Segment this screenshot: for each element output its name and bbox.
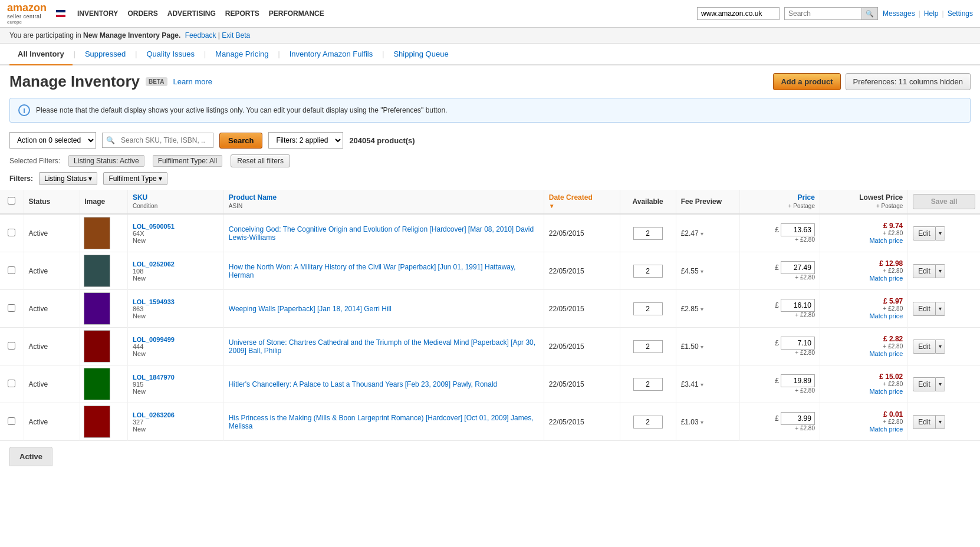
subnav-suppressed[interactable]: Suppressed [77, 44, 134, 64]
help-link[interactable]: Help [924, 9, 939, 18]
nav-performance[interactable]: PERFORMANCE [269, 9, 324, 18]
sku-link[interactable]: LOL_1847970 [133, 374, 175, 381]
sku-link[interactable]: LOL_0252062 [133, 261, 175, 268]
edit-button[interactable]: Edit [913, 264, 936, 278]
available-input[interactable] [633, 378, 663, 391]
col-header-product[interactable]: Product Name ASIN [223, 190, 544, 214]
row-available[interactable] [620, 214, 676, 252]
available-input[interactable] [633, 416, 663, 429]
price-input[interactable] [781, 223, 815, 236]
edit-dropdown-button[interactable]: ▾ [936, 302, 945, 316]
edit-dropdown-button[interactable]: ▾ [936, 415, 945, 429]
product-link[interactable]: Conceiving God: The Cognitive Origin and… [229, 225, 534, 242]
fee-arrow-icon[interactable]: ▾ [701, 381, 703, 388]
product-link[interactable]: Weeping Walls [Paperback] [Jan 18, 2014]… [229, 305, 392, 313]
row-checkbox[interactable] [0, 252, 24, 290]
row-available[interactable] [620, 290, 676, 328]
fulfilment-type-filter[interactable]: Fulfilment Type ▾ [103, 172, 167, 185]
save-all-button[interactable]: Save all [913, 194, 975, 209]
match-price-link[interactable]: Match price [869, 275, 903, 282]
search-sku-input[interactable] [119, 133, 213, 147]
available-input[interactable] [633, 340, 663, 353]
edit-button[interactable]: Edit [913, 302, 936, 316]
edit-dropdown-button[interactable]: ▾ [936, 264, 945, 278]
active-tab[interactable]: Active [9, 447, 52, 466]
subnav-shipping[interactable]: Shipping Queue [385, 44, 456, 64]
feedback-link[interactable]: Feedback [185, 31, 216, 39]
row-available[interactable] [620, 403, 676, 441]
row-select-checkbox[interactable] [8, 229, 15, 236]
available-input[interactable] [633, 227, 663, 240]
add-product-button[interactable]: Add a product [773, 73, 840, 90]
select-all-checkbox[interactable] [8, 197, 15, 205]
row-select-checkbox[interactable] [8, 380, 15, 387]
search-button[interactable]: Search [219, 133, 262, 149]
learn-more-link[interactable]: Learn more [173, 77, 212, 86]
row-available[interactable] [620, 328, 676, 365]
edit-button[interactable]: Edit [913, 415, 936, 429]
match-price-link[interactable]: Match price [869, 426, 903, 433]
price-input[interactable] [781, 412, 815, 425]
match-price-link[interactable]: Match price [869, 237, 903, 244]
col-header-sku[interactable]: SKU Condition [127, 190, 223, 214]
preferences-button[interactable]: Preferences: 11 columns hidden [846, 73, 971, 90]
col-header-save-all[interactable]: Save all [908, 190, 980, 214]
sku-link[interactable]: LOL_0099499 [133, 336, 175, 343]
price-input[interactable] [781, 261, 815, 274]
edit-button[interactable]: Edit [913, 340, 936, 354]
row-price[interactable]: £ + £2.80 [740, 365, 820, 403]
sku-link[interactable]: LOL_0263206 [133, 411, 175, 419]
col-header-check[interactable] [0, 190, 24, 214]
edit-dropdown-button[interactable]: ▾ [936, 340, 945, 354]
available-input[interactable] [633, 302, 663, 315]
product-link[interactable]: Hitler's Chancellery: A Palace to Last a… [229, 380, 497, 388]
row-edit[interactable]: Edit ▾ [908, 403, 980, 441]
header-search-input[interactable] [785, 8, 861, 19]
marketplace-input[interactable] [697, 7, 780, 20]
row-edit[interactable]: Edit ▾ [908, 328, 980, 365]
subnav-quality[interactable]: Quality Issues [138, 44, 203, 64]
fee-arrow-icon[interactable]: ▾ [701, 344, 703, 350]
fee-arrow-icon[interactable]: ▾ [701, 268, 703, 275]
row-price[interactable]: £ + £2.80 [740, 328, 820, 365]
price-input[interactable] [781, 374, 815, 387]
row-select-checkbox[interactable] [8, 266, 15, 274]
row-price[interactable]: £ + £2.80 [740, 290, 820, 328]
nav-advertising[interactable]: ADVERTISING [167, 9, 216, 18]
subnav-pricing[interactable]: Manage Pricing [207, 44, 277, 64]
action-select[interactable]: Action on 0 selected [9, 132, 96, 149]
row-available[interactable] [620, 252, 676, 290]
edit-dropdown-button[interactable]: ▾ [936, 377, 945, 391]
row-checkbox[interactable] [0, 214, 24, 252]
match-price-link[interactable]: Match price [869, 312, 903, 319]
row-edit[interactable]: Edit ▾ [908, 365, 980, 403]
row-edit[interactable]: Edit ▾ [908, 214, 980, 252]
match-price-link[interactable]: Match price [869, 350, 903, 357]
row-price[interactable]: £ + £2.80 [740, 252, 820, 290]
price-input[interactable] [781, 337, 815, 350]
listing-status-filter[interactable]: Listing Status ▾ [39, 172, 97, 185]
row-select-checkbox[interactable] [8, 304, 15, 312]
messages-link[interactable]: Messages [883, 9, 915, 18]
fee-arrow-icon[interactable]: ▾ [701, 306, 703, 312]
header-search-button[interactable]: 🔍 [861, 8, 877, 19]
settings-link[interactable]: Settings [948, 9, 973, 18]
row-edit[interactable]: Edit ▾ [908, 290, 980, 328]
exit-beta-link[interactable]: Exit Beta [222, 31, 250, 39]
nav-inventory[interactable]: INVENTORY [77, 9, 118, 18]
row-available[interactable] [620, 365, 676, 403]
edit-button[interactable]: Edit [913, 377, 936, 391]
fee-arrow-icon[interactable]: ▾ [701, 419, 703, 426]
row-price[interactable]: £ + £2.80 [740, 214, 820, 252]
row-price[interactable]: £ + £2.80 [740, 403, 820, 441]
col-header-date[interactable]: Date Created ▼ [544, 190, 620, 214]
row-checkbox[interactable] [0, 403, 24, 441]
product-link[interactable]: How the North Won: A Military History of… [229, 263, 516, 279]
edit-button[interactable]: Edit [913, 226, 936, 240]
sku-link[interactable]: LOL_1594933 [133, 298, 175, 305]
sku-link[interactable]: LOL_0500051 [133, 223, 175, 230]
row-checkbox[interactable] [0, 365, 24, 403]
edit-dropdown-button[interactable]: ▾ [936, 226, 945, 240]
row-checkbox[interactable] [0, 290, 24, 328]
price-input[interactable] [781, 299, 815, 312]
